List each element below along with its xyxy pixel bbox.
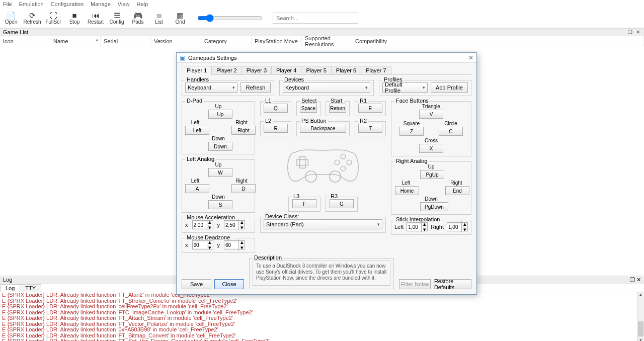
tab-tty[interactable]: TTY (20, 284, 41, 292)
lanalog-down-label: Down (208, 194, 228, 200)
square-button[interactable]: Z (399, 127, 424, 136)
device-class-select[interactable]: Standard (Pad) (264, 219, 382, 229)
l1-button[interactable]: Q (264, 104, 288, 113)
lanalog-right-button[interactable]: D (231, 184, 256, 193)
pads-button[interactable]: 🎮Pads (128, 9, 148, 28)
svg-rect-6 (297, 159, 308, 165)
scroll-thumb[interactable] (638, 321, 643, 336)
menu-view[interactable]: View (118, 1, 130, 7)
cross-button[interactable]: X (419, 144, 443, 153)
lanalog-left-button[interactable]: A (185, 184, 209, 193)
lanalog-down-button[interactable]: S (208, 200, 232, 209)
list-button[interactable]: ≣List (149, 9, 169, 28)
stick-left-stepper[interactable]: ▴▾ (407, 222, 428, 231)
dpad-down-button[interactable]: Down (208, 142, 232, 151)
open-button[interactable]: 📄Open (1, 9, 21, 28)
ranalog-left-button[interactable]: Home (395, 186, 419, 195)
ranalog-down-label: Down (420, 196, 442, 202)
l2-button[interactable]: R (264, 124, 288, 133)
restore-defaults-button[interactable]: Restore Defaults (434, 279, 471, 289)
tab-log[interactable]: Log (0, 284, 20, 292)
icon-size-slider[interactable] (196, 13, 262, 23)
gamelist-columns: Icon Name▴ Serial Version Category PlayS… (0, 36, 644, 46)
maccel-x-stepper[interactable]: ▴▾ (192, 220, 213, 229)
lanalog-up-button[interactable]: W (208, 168, 232, 177)
r3-group: R3G (326, 197, 358, 212)
handlers-select[interactable]: Keyboard (185, 82, 237, 93)
dpad-label: D-Pad (185, 98, 204, 104)
profiles-select[interactable]: Default Profile (382, 82, 428, 93)
col-serial[interactable]: Serial (101, 36, 151, 46)
stick-right-stepper[interactable]: ▴▾ (447, 222, 468, 231)
psbutton-group: PS ButtonBackspace (296, 121, 350, 136)
l1-group: L1Q (260, 101, 291, 116)
restart-icon: ⏮ (92, 12, 100, 19)
ranalog-up-button[interactable]: PgUp (420, 170, 444, 179)
scroll-down-icon[interactable]: ▾ (637, 338, 644, 341)
menu-emulation[interactable]: Emulation (19, 1, 44, 7)
restart-button[interactable]: ⏮Restart (86, 9, 106, 28)
menu-file[interactable]: File (3, 1, 12, 7)
psbutton-button[interactable]: Backspace (300, 124, 346, 133)
right-analog-label: Right Analog (394, 158, 429, 164)
log-window-buttons[interactable]: ❐ ✕ (630, 277, 641, 283)
handlers-label: Handlers (185, 76, 210, 82)
stop-button[interactable]: ■Stop (64, 9, 85, 28)
circle-button[interactable]: C (439, 127, 463, 136)
filter-noise-button[interactable]: Filter Noise (399, 279, 431, 289)
ranalog-down-button[interactable]: PgDown (420, 202, 448, 211)
col-name[interactable]: Name▴ (50, 36, 101, 46)
start-button[interactable]: Return (329, 104, 346, 113)
r1-button[interactable]: E (358, 104, 382, 113)
tab-player-5[interactable]: Player 5 (301, 66, 331, 75)
tab-player-7[interactable]: Player 7 (361, 66, 391, 75)
col-version[interactable]: Version (151, 36, 201, 46)
tab-player-1[interactable]: Player 1 (182, 66, 212, 75)
close-icon[interactable]: ✕ (468, 54, 473, 61)
triangle-button[interactable]: V (419, 110, 443, 119)
dpad-left-button[interactable]: Left (185, 126, 209, 135)
tab-player-2[interactable]: Player 2 (211, 66, 242, 75)
dpad-left-label: Left (185, 120, 205, 125)
tab-player-6[interactable]: Player 6 (331, 66, 361, 75)
save-button[interactable]: Save (182, 279, 211, 289)
devices-select[interactable]: Keyboard (283, 82, 370, 93)
r3-button[interactable]: G (330, 199, 354, 208)
log-scrollbar[interactable]: ▴ ▾ (637, 292, 644, 341)
scroll-up-icon[interactable]: ▴ (637, 292, 644, 297)
add-profile-button[interactable]: Add Profile (431, 82, 468, 93)
menu-help[interactable]: Help (137, 1, 148, 7)
refresh-button[interactable]: ⟳Refresh (22, 9, 42, 28)
config-button[interactable]: ☰Config (107, 9, 127, 28)
psbutton-label: PS Button (300, 118, 328, 124)
mdead-y-stepper[interactable]: ▴▾ (224, 240, 245, 249)
col-compat[interactable]: Compatibility (352, 36, 644, 46)
config-icon: ☰ (114, 12, 120, 19)
refresh-handlers-button[interactable]: Refresh (240, 82, 271, 93)
col-res[interactable]: Supported Resolutions (302, 36, 352, 46)
tab-player-4[interactable]: Player 4 (271, 66, 301, 75)
svg-point-3 (347, 160, 352, 165)
mdead-x-stepper[interactable]: ▴▾ (192, 240, 213, 249)
fullscr-button[interactable]: ⛶FullScr (43, 9, 63, 28)
gamelist-window-buttons[interactable]: ❐ ✕ (628, 29, 641, 35)
square-label: Square (394, 121, 429, 126)
grid-button[interactable]: ▦Grid (170, 9, 190, 28)
dpad-right-button[interactable]: Right (231, 126, 256, 135)
col-psmove[interactable]: PlayStation Move (252, 36, 302, 46)
dpad-up-button[interactable]: Up (208, 110, 232, 119)
ranalog-right-button[interactable]: End (445, 186, 469, 195)
menu-manage[interactable]: Manage (91, 1, 111, 7)
stick-right-label: Right (431, 224, 444, 230)
close-button[interactable]: Close (214, 279, 244, 289)
r2-button[interactable]: T (358, 124, 382, 133)
col-icon[interactable]: Icon (0, 36, 50, 46)
select-button[interactable]: Space (300, 104, 317, 113)
menu-configuration[interactable]: Configuration (51, 1, 84, 7)
tab-player-3[interactable]: Player 3 (242, 66, 272, 75)
search-input[interactable] (273, 13, 358, 24)
maccel-y-stepper[interactable]: ▴▾ (224, 220, 245, 229)
col-category[interactable]: Category (201, 36, 252, 46)
log-body[interactable]: E {SPRX Loader} LDR: Already linked func… (0, 292, 644, 341)
l3-button[interactable]: F (292, 199, 316, 208)
